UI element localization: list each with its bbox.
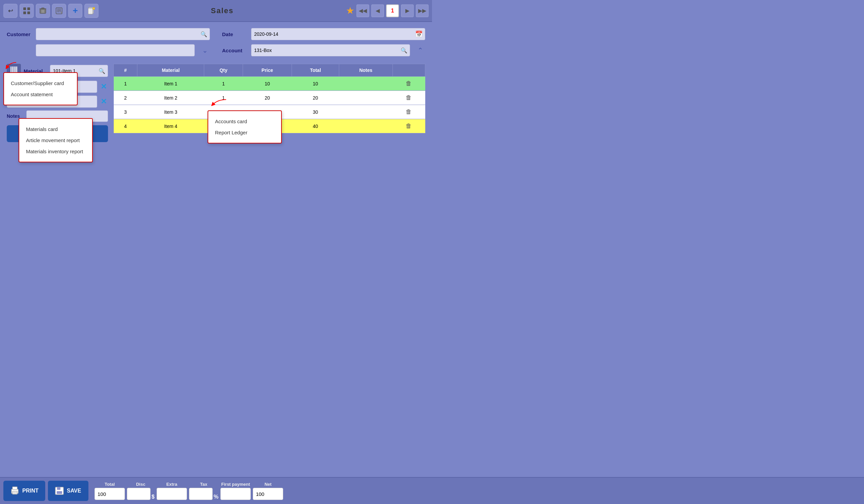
svg-point-15 xyxy=(61,12,62,13)
add-new-button[interactable]: + xyxy=(68,4,82,18)
cell-delete[interactable]: 🗑 xyxy=(393,91,425,105)
account-arrow xyxy=(207,98,228,108)
col-action xyxy=(393,64,425,77)
delete-row-button[interactable]: 🗑 xyxy=(406,108,412,115)
cell-num: 3 xyxy=(114,105,137,119)
cell-price: 20 xyxy=(243,91,291,105)
second-input-row: ⌄ xyxy=(7,44,210,56)
cell-num: 4 xyxy=(114,119,137,133)
cell-notes xyxy=(339,91,393,105)
clear-line1-button[interactable]: ✕ xyxy=(99,82,108,91)
cell-total: 20 xyxy=(292,91,339,105)
delete-row-button[interactable]: 🗑 xyxy=(406,94,412,101)
customer-supplier-card-item[interactable]: Customer/Supplier card xyxy=(11,77,70,89)
date-input[interactable] xyxy=(251,28,425,40)
account-popup: Accounts card Report Ledger xyxy=(207,98,228,110)
materials-inventory-item[interactable]: Materials inventory report xyxy=(26,146,85,157)
cell-delete[interactable]: 🗑 xyxy=(393,77,425,91)
form-left: Customer 🔍 ⌄ xyxy=(7,28,210,60)
clear-line2-button[interactable]: ✕ xyxy=(99,97,108,106)
favorite-button[interactable]: ★ xyxy=(346,5,355,16)
cell-notes xyxy=(339,119,393,133)
customer-input-wrapper: 🔍 xyxy=(36,28,210,40)
toolbar-right: ★ ◀◀ ◀ 1 ▶ ▶▶ xyxy=(346,4,429,17)
col-material: Material xyxy=(137,64,204,77)
grid-button[interactable] xyxy=(20,4,34,18)
chevron-up-icon[interactable]: ⌃ xyxy=(416,46,425,55)
col-qty: Qty xyxy=(204,64,243,77)
col-price: Price xyxy=(243,64,291,77)
second-input-wrapper xyxy=(36,44,195,56)
chevron-down-icon[interactable]: ⌄ xyxy=(200,46,210,55)
accounts-card-item[interactable]: Accounts card xyxy=(215,116,274,127)
nav-last-button[interactable]: ▶▶ xyxy=(416,4,429,17)
article-movement-item[interactable]: Article movement report xyxy=(26,135,85,146)
materials-card-item[interactable]: Materials card xyxy=(26,123,85,135)
nav-first-button[interactable]: ◀◀ xyxy=(357,4,369,17)
customer-row: Customer 🔍 xyxy=(7,28,210,40)
cell-total: 30 xyxy=(292,105,339,119)
form-right: Date 📅 Account 🔍 ⌃ xyxy=(215,28,425,60)
nav-page-number[interactable]: 1 xyxy=(386,4,399,17)
svg-rect-0 xyxy=(23,8,26,10)
delete-row-button[interactable]: 🗑 xyxy=(406,122,412,129)
date-label: Date xyxy=(222,32,246,37)
cell-delete[interactable]: 🗑 xyxy=(393,119,425,133)
toolbar-left: ↩ xyxy=(3,4,98,18)
account-search-icon[interactable]: 🔍 xyxy=(400,47,407,54)
cell-material: Item 4 xyxy=(137,119,204,133)
svg-rect-17 xyxy=(88,8,93,14)
table-row: 2 Item 2 1 20 20 🗑 xyxy=(114,91,425,105)
cell-notes xyxy=(339,77,393,91)
main-content: Customer 🔍 ⌄ Date 📅 xyxy=(0,22,432,225)
cell-total: 40 xyxy=(292,119,339,133)
cell-qty: 1 xyxy=(204,77,243,91)
page-title: Sales xyxy=(98,7,346,15)
customer-input[interactable] xyxy=(36,28,210,40)
customer-popup: Customer/Supplier card Account statement xyxy=(3,61,17,72)
accounts-dropdown: Accounts card Report Ledger xyxy=(207,110,282,143)
account-input[interactable] xyxy=(251,44,410,56)
cell-delete[interactable]: 🗑 xyxy=(393,105,425,119)
col-num: # xyxy=(114,64,137,77)
material-search-icon[interactable]: 🔍 xyxy=(98,68,105,74)
top-form: Customer 🔍 ⌄ Date 📅 xyxy=(7,28,425,60)
table-row: 1 Item 1 1 10 10 🗑 xyxy=(114,77,425,91)
svg-rect-2 xyxy=(23,11,26,14)
second-input[interactable] xyxy=(36,44,195,56)
account-label: Account xyxy=(222,48,246,53)
cell-price: 10 xyxy=(243,77,291,91)
back-button[interactable]: ↩ xyxy=(3,4,17,18)
toolbar: ↩ xyxy=(0,0,432,22)
cell-material: Item 3 xyxy=(137,105,204,119)
customer-label: Customer xyxy=(7,32,31,37)
cell-num: 2 xyxy=(114,91,137,105)
calendar-icon[interactable]: 📅 xyxy=(415,31,422,38)
svg-rect-18 xyxy=(93,8,95,10)
svg-rect-1 xyxy=(27,8,30,10)
account-input-wrapper: 🔍 xyxy=(251,44,410,56)
cell-total: 10 xyxy=(292,77,339,91)
cell-material: Item 1 xyxy=(137,77,204,91)
trash-button[interactable] xyxy=(36,4,50,18)
customer-arrow xyxy=(3,61,17,71)
customer-search-icon[interactable]: 🔍 xyxy=(201,31,207,37)
note-button[interactable] xyxy=(84,4,98,18)
col-notes: Notes xyxy=(339,64,393,77)
date-input-wrapper: 📅 xyxy=(251,28,425,40)
customer-dropdown: Customer/Supplier card Account statement xyxy=(3,72,77,105)
account-statement-item[interactable]: Account statement xyxy=(11,89,70,100)
report-ledger-item[interactable]: Report Ledger xyxy=(215,127,274,138)
cell-notes xyxy=(339,105,393,119)
cell-num: 1 xyxy=(114,77,137,91)
nav-next-button[interactable]: ▶ xyxy=(401,4,414,17)
svg-rect-3 xyxy=(27,11,30,14)
nav-prev-button[interactable]: ◀ xyxy=(371,4,384,17)
date-row: Date 📅 xyxy=(222,28,425,40)
material-dropdown: Materials card Article movement report M… xyxy=(19,118,93,163)
cell-material: Item 2 xyxy=(137,91,204,105)
delete-row-button[interactable]: 🗑 xyxy=(406,80,412,87)
account-row: Account 🔍 ⌃ xyxy=(222,44,425,56)
edit-button[interactable] xyxy=(52,4,66,18)
col-total: Total xyxy=(292,64,339,77)
